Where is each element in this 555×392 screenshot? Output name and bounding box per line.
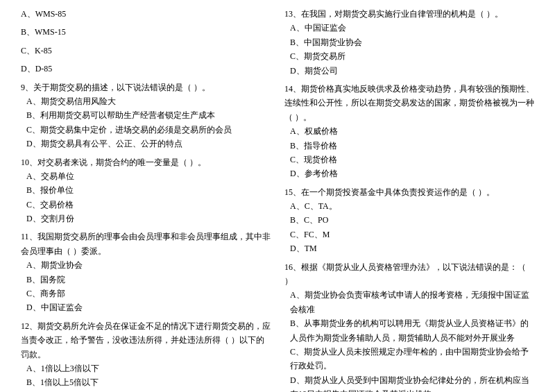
q14-option-b: B、指导价格 [290, 139, 534, 153]
q15-option-a: A、C、TA。 [290, 199, 534, 213]
q9-option-c: C、期货交易集中定价，进场交易的必须是交易所的会员 [26, 123, 271, 137]
q9-title: 9、关于期货交易的描述，以下说法错误的是（ ）。 [21, 80, 271, 94]
q9-options: A、期货交易信用风险大 B、利用期货交易可以帮助生产经营者锁定生产成本 C、期货… [21, 94, 271, 151]
q16-option-d: D、期货从业人员受到中国期货业协会纪律处分的，所在机构应当在10日内报告中国证监… [290, 373, 534, 392]
question-14: 14、期货价格真实地反映供求及价格变动趋势，具有较强的预期性、连续性和公开性，所… [284, 82, 534, 181]
q9-option-a: A、期货交易信用风险大 [26, 94, 271, 108]
q14-option-d: D、参考价格 [290, 167, 534, 180]
q15-option-d: D、TM [290, 241, 534, 255]
q11-options: A、期货业协会 B、国务院 C、商务部 D、中国证监会 [21, 258, 271, 315]
option-text: A、WMS-85 [21, 7, 271, 21]
q12-option-b: B、1倍以上5倍以下 [26, 375, 271, 389]
option-text: C、K-85 [21, 44, 271, 58]
option-text: B、WMS-15 [21, 25, 271, 39]
q11-option-a: A、期货业协会 [26, 258, 271, 272]
question-11: 11、我国期货交易所的理事会由会员理事和非会员理事组成，其中非会员理事由（ ）委… [21, 230, 271, 314]
q11-title: 11、我国期货交易所的理事会由会员理事和非会员理事组成，其中非会员理事由（ ）委… [21, 230, 271, 258]
left-column: A、WMS-85 B、WMS-15 C、K-85 D、D-85 9、关于期货交易… [21, 7, 271, 392]
q12-options: A、1倍以上3倍以下 B、1倍以上5倍以下 C、3倍以上5倍以下 D、3倍以上1… [21, 361, 271, 392]
question-13: 13、在我国，对期货交易实施行业自律管理的机构是（ ）。 A、中国证监会 B、中… [284, 7, 534, 78]
page-content: A、WMS-85 B、WMS-15 C、K-85 D、D-85 9、关于期货交易… [21, 7, 534, 392]
option-c-k85: C、K-85 [21, 44, 271, 58]
q15-option-c: C、FC、M [290, 228, 534, 241]
q13-option-a: A、中国证监会 [290, 21, 534, 35]
q11-option-b: B、国务院 [26, 273, 271, 287]
question-16: 16、根据《期货从业人员资格管理办法》，以下说法错误的是：（ ） A、期货业协会… [284, 260, 534, 392]
q14-option-a: A、权威价格 [290, 124, 534, 138]
q10-option-d: D、交割月份 [26, 212, 271, 225]
q15-title: 15、在一个期货投资基金中具体负责投资运作的是（ ）。 [284, 185, 534, 199]
q16-option-a: A、期货业协会负责审核考试申请人的报考资格，无须报中国证监会核准 [290, 288, 534, 316]
q14-options: A、权威价格 B、指导价格 C、现货价格 D、参考价格 [284, 124, 534, 181]
q10-option-b: B、报价单位 [26, 183, 271, 197]
q9-option-b: B、利用期货交易可以帮助生产经营者锁定生产成本 [26, 108, 271, 122]
q13-option-c: C、期货交易所 [290, 49, 534, 63]
q16-option-b: B、从事期货业务的机构可以聘用无《期货从业人员资格证书》的人员作为期货业务辅助人… [290, 316, 534, 345]
q15-option-b: B、C、PO [290, 213, 534, 227]
q11-option-d: D、中国证监会 [26, 300, 271, 314]
q9-option-d: D、期货交易具有公平、公正、公开的特点 [26, 137, 271, 151]
q10-options: A、交易单位 B、报价单位 C、交易价格 D、交割月份 [21, 169, 271, 226]
q14-title: 14、期货价格真实地反映供求及价格变动趋势，具有较强的预期性、连续性和公开性，所… [284, 82, 534, 124]
q13-options: A、中国证监会 B、中国期货业协会 C、期货交易所 D、期货公司 [284, 21, 534, 78]
q13-option-d: D、期货公司 [290, 64, 534, 78]
q12-option-a: A、1倍以上3倍以下 [26, 361, 271, 375]
option-text: D、D-85 [21, 62, 271, 76]
question-9: 9、关于期货交易的描述，以下说法错误的是（ ）。 A、期货交易信用风险大 B、利… [21, 80, 271, 151]
question-10: 10、对交易者来说，期货合约的唯一变量是（ ）。 A、交易单位 B、报价单位 C… [21, 155, 271, 226]
q11-option-c: C、商务部 [26, 287, 271, 300]
q13-option-b: B、中国期货业协会 [290, 35, 534, 49]
question-12: 12、期货交易所允许会员在保证金不足的情况下进行期货交易的，应当责令改正，给予警… [21, 319, 271, 392]
q12-title: 12、期货交易所允许会员在保证金不足的情况下进行期货交易的，应当责令改正，给予警… [21, 319, 271, 361]
q10-option-c: C、交易价格 [26, 198, 271, 212]
q16-title: 16、根据《期货从业人员资格管理办法》，以下说法错误的是：（ ） [284, 260, 534, 289]
q10-title: 10、对交易者来说，期货合约的唯一变量是（ ）。 [21, 155, 271, 169]
option-a-wms85: A、WMS-85 [21, 7, 271, 21]
q13-title: 13、在我国，对期货交易实施行业自律管理的机构是（ ）。 [284, 7, 534, 21]
q14-option-c: C、现货价格 [290, 153, 534, 167]
q16-options: A、期货业协会负责审核考试申请人的报考资格，无须报中国证监会核准 B、从事期货业… [284, 288, 534, 392]
question-15: 15、在一个期货投资基金中具体负责投资运作的是（ ）。 A、C、TA。 B、C、… [284, 185, 534, 256]
right-column: 13、在我国，对期货交易实施行业自律管理的机构是（ ）。 A、中国证监会 B、中… [284, 7, 534, 392]
q10-option-a: A、交易单位 [26, 169, 271, 183]
q16-option-c: C、期货从业人员未按照规定办理年检的，由中国期货业协会给予行政处罚。 [290, 345, 534, 373]
q15-options: A、C、TA。 B、C、PO C、FC、M D、TM [284, 199, 534, 256]
option-d-d85: D、D-85 [21, 62, 271, 76]
option-b-wms15: B、WMS-15 [21, 25, 271, 39]
